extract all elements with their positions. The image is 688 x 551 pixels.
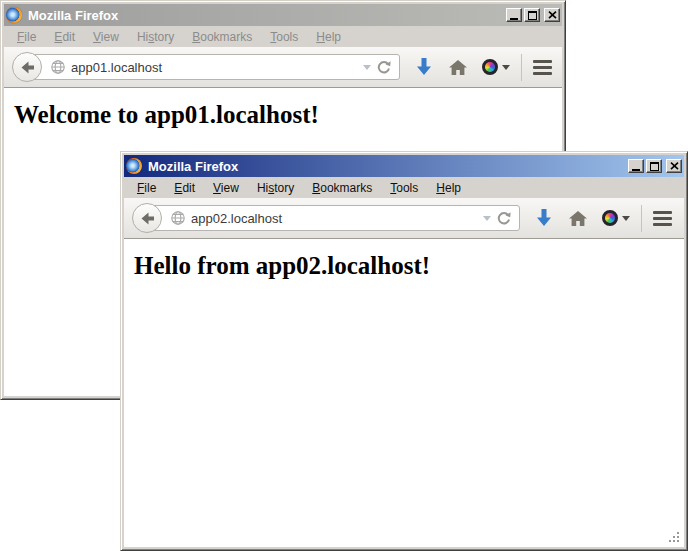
browser-window-app02[interactable]: Mozilla Firefox File Edit View History B… (120, 151, 688, 551)
colorzilla-icon (602, 210, 618, 226)
menu-item-file[interactable]: File (8, 28, 45, 46)
url-text: app02.localhost (191, 211, 282, 226)
menu-item-edit[interactable]: Edit (45, 28, 84, 46)
page-content: Hello from app02.localhost! (124, 239, 684, 547)
download-arrow-icon (536, 209, 552, 227)
menu-hamburger-button[interactable] (533, 60, 552, 75)
titlebar[interactable]: Mozilla Firefox (4, 4, 562, 26)
url-bar[interactable]: app01.localhost (26, 54, 400, 80)
window-controls (506, 8, 560, 22)
navigation-toolbar: app01.localhost (4, 47, 562, 88)
menu-item-help[interactable]: Help (307, 28, 350, 46)
home-button[interactable] (449, 60, 467, 75)
menu-item-bookmarks[interactable]: Bookmarks (183, 28, 261, 46)
menu-item-view[interactable]: View (204, 179, 248, 197)
minimize-icon (632, 169, 640, 171)
resize-grip[interactable] (669, 532, 679, 542)
maximize-button[interactable] (524, 8, 540, 22)
minimize-icon (510, 18, 518, 20)
url-text: app01.localhost (71, 60, 162, 75)
titlebar[interactable]: Mozilla Firefox (124, 155, 684, 177)
window-controls (628, 159, 682, 173)
colorzilla-button[interactable] (482, 59, 510, 75)
minimize-button[interactable] (628, 159, 644, 173)
back-button[interactable] (132, 203, 162, 233)
menu-item-file[interactable]: File (128, 179, 165, 197)
menu-hamburger-button[interactable] (653, 211, 672, 226)
reload-icon (377, 60, 391, 74)
urlbar-dropdown-icon[interactable] (363, 65, 371, 70)
toolbar-separator (521, 54, 522, 81)
back-arrow-icon (20, 61, 35, 74)
url-bar[interactable]: app02.localhost (146, 205, 520, 231)
globe-icon (51, 60, 65, 74)
menu-item-history[interactable]: History (128, 28, 183, 46)
menu-item-tools[interactable]: Tools (261, 28, 307, 46)
firefox-logo-icon (6, 7, 22, 23)
close-icon (548, 11, 557, 19)
minimize-button[interactable] (506, 8, 522, 22)
toolbar-separator (641, 205, 642, 232)
menu-item-edit[interactable]: Edit (165, 179, 204, 197)
back-arrow-icon (140, 212, 155, 225)
home-button[interactable] (569, 211, 587, 226)
reload-button[interactable] (377, 60, 391, 74)
menu-bar: File Edit View History Bookmarks Tools H… (124, 177, 684, 198)
navigation-toolbar: app02.localhost (124, 198, 684, 239)
window-title: Mozilla Firefox (146, 159, 624, 174)
maximize-button[interactable] (646, 159, 662, 173)
reload-button[interactable] (497, 211, 511, 225)
dropdown-caret-icon (622, 216, 630, 221)
downloads-button[interactable] (536, 209, 552, 227)
page-heading: Welcome to app01.localhost! (14, 101, 562, 129)
menu-item-history[interactable]: History (248, 179, 303, 197)
downloads-button[interactable] (416, 58, 432, 76)
menu-item-bookmarks[interactable]: Bookmarks (303, 179, 381, 197)
page-heading: Hello from app02.localhost! (134, 252, 684, 280)
window-title: Mozilla Firefox (26, 8, 502, 23)
close-button[interactable] (666, 159, 682, 173)
download-arrow-icon (416, 58, 432, 76)
dropdown-caret-icon (502, 65, 510, 70)
menu-item-tools[interactable]: Tools (381, 179, 427, 197)
colorzilla-icon (482, 59, 498, 75)
maximize-icon (650, 162, 659, 171)
home-icon (569, 211, 587, 226)
back-button[interactable] (12, 52, 42, 82)
close-icon (670, 162, 679, 170)
reload-icon (497, 211, 511, 225)
urlbar-dropdown-icon[interactable] (483, 216, 491, 221)
maximize-icon (528, 11, 537, 20)
home-icon (449, 60, 467, 75)
menu-item-help[interactable]: Help (427, 179, 470, 197)
menu-bar: File Edit View History Bookmarks Tools H… (4, 26, 562, 47)
colorzilla-button[interactable] (602, 210, 630, 226)
globe-icon (171, 211, 185, 225)
close-button[interactable] (544, 8, 560, 22)
firefox-logo-icon (126, 158, 142, 174)
menu-item-view[interactable]: View (84, 28, 128, 46)
